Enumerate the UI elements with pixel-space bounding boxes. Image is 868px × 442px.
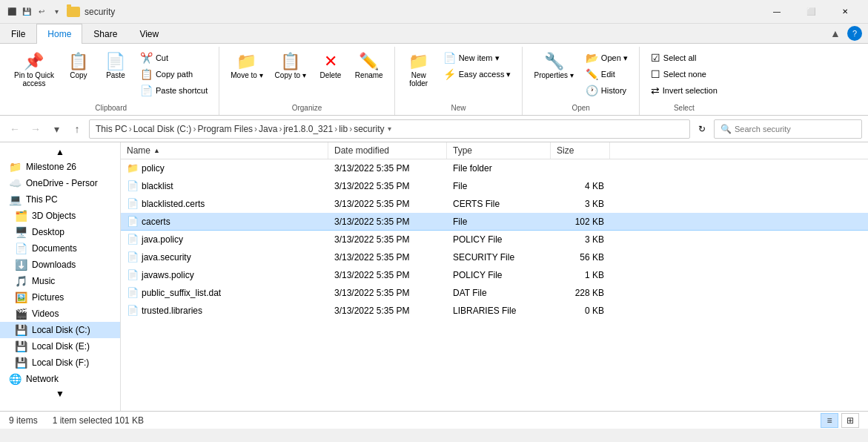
tiles-view-button[interactable]: ⊞ (841, 413, 859, 428)
search-box[interactable]: 🔍 (714, 119, 862, 139)
sidebar-item-videos[interactable]: 🎬 Videos (0, 306, 120, 322)
sidebar-item-network[interactable]: 🌐 Network (0, 371, 120, 387)
minimize-button[interactable]: — (760, 0, 794, 24)
file-date-cell: 3/13/2022 5:35 PM (328, 233, 447, 246)
sidebar-item-localdiskc[interactable]: 💾 Local Disk (C:) (0, 322, 120, 338)
path-dropdown-icon[interactable]: ▾ (388, 125, 391, 133)
help-button[interactable]: ? (847, 26, 862, 41)
file-list-header: Name ▲ Date modified Type Size (121, 142, 868, 159)
cut-button[interactable]: ✂️ Cut (135, 50, 213, 66)
file-list: Name ▲ Date modified Type Size 📁 policy … (121, 142, 868, 411)
column-header-name[interactable]: Name ▲ (121, 142, 328, 159)
file-name: java.security (142, 252, 191, 263)
copy-path-icon: 📋 (140, 68, 153, 80)
copy-path-button[interactable]: 📋 Copy path (135, 66, 213, 82)
sidebar-item-localdiskf[interactable]: 💾 Local Disk (F:) (0, 354, 120, 371)
path-part-jre[interactable]: jre1.8.0_321 (283, 124, 333, 134)
ribbon-up-arrow[interactable]: ▲ (826, 24, 844, 42)
easy-access-button[interactable]: ⚡ Easy access ▾ (438, 66, 517, 82)
path-part-java[interactable]: Java (259, 124, 277, 134)
table-row[interactable]: 📄 java.policy 3/13/2022 5:35 PM POLICY F… (121, 231, 868, 248)
new-folder-button[interactable]: 📁 Newfolder (401, 50, 437, 91)
path-part-lib[interactable]: lib (339, 124, 348, 134)
paste-shortcut-button[interactable]: 📄 Paste shortcut (135, 82, 213, 99)
tab-share[interactable]: Share (82, 24, 128, 44)
sidebar-item-onedrive[interactable]: ☁️ OneDrive - Persor (0, 175, 120, 191)
properties-button[interactable]: 🔧 Properties ▾ (529, 50, 578, 83)
new-item-button[interactable]: 📄 New item ▾ (438, 50, 517, 66)
copy-to-button[interactable]: 📋 Copy to ▾ (270, 50, 311, 83)
ribbon-content: 📌 Pin to Quickaccess 📋 Copy 📄 Paste ✂️ (0, 44, 868, 115)
copy-to-icon: 📋 (280, 53, 300, 70)
sidebar-item-3dobjects[interactable]: 🗂️ 3D Objects (0, 208, 120, 224)
clipboard-small-buttons: ✂️ Cut 📋 Copy path 📄 Paste shortcut (135, 50, 213, 99)
sidebar-item-localdiske[interactable]: 💾 Local Disk (E:) (0, 338, 120, 354)
dropdown-arrow-icon[interactable]: ▾ (50, 6, 62, 18)
sidebar-scroll-down[interactable]: ▼ (0, 387, 120, 400)
sidebar-item-thispc[interactable]: 💻 This PC (0, 191, 120, 208)
table-row[interactable]: 📁 policy 3/13/2022 5:35 PM File folder (121, 159, 868, 177)
close-button[interactable]: ✕ (828, 0, 862, 24)
file-name: public_suffix_list.dat (142, 288, 221, 298)
downloads-icon: ⬇️ (15, 259, 27, 271)
ribbon-tab-bar: File Home Share View ▲ ? (0, 24, 868, 44)
file-icon: 📄 (127, 216, 139, 227)
tab-home[interactable]: Home (36, 24, 82, 44)
recent-locations-button[interactable]: ▾ (47, 120, 65, 138)
pin-icon: 📌 (24, 53, 44, 70)
column-header-date[interactable]: Date modified (328, 142, 447, 159)
invert-selection-button[interactable]: ⇄ Invert selection (646, 82, 723, 99)
path-part-thispc[interactable]: This PC (96, 124, 127, 134)
open-button[interactable]: 📂 Open ▾ (580, 50, 633, 66)
new-folder-icon: 📁 (408, 53, 428, 70)
history-button[interactable]: 🕐 History (580, 82, 633, 99)
sidebar-scroll-up[interactable]: ▲ (0, 145, 120, 159)
clipboard-items: 📌 Pin to Quickaccess 📋 Copy 📄 Paste ✂️ (9, 47, 213, 102)
column-header-type[interactable]: Type (447, 142, 551, 159)
table-row[interactable]: 📄 javaws.policy 3/13/2022 5:35 PM POLICY… (121, 266, 868, 284)
file-size-cell: 102 KB (551, 215, 610, 228)
tab-view[interactable]: View (128, 24, 170, 44)
path-part-programfiles[interactable]: Program Files (197, 124, 253, 134)
window-title: security (85, 7, 755, 17)
search-input[interactable] (735, 125, 855, 133)
delete-button[interactable]: ✕ Delete (313, 50, 348, 83)
table-row[interactable]: 📄 cacerts 3/13/2022 5:35 PM File 102 KB (121, 213, 868, 231)
file-icon: 📄 (127, 234, 139, 245)
table-row[interactable]: 📄 blacklist 3/13/2022 5:35 PM File 4 KB (121, 177, 868, 195)
file-size-cell: 56 KB (551, 251, 610, 264)
select-none-button[interactable]: ☐ Select none (646, 66, 723, 82)
sidebar-item-music[interactable]: 🎵 Music (0, 273, 120, 289)
sidebar-label-localdiskc: Local Disk (C:) (32, 325, 90, 335)
refresh-button[interactable]: ↻ (693, 120, 711, 138)
pin-to-quick-access-button[interactable]: 📌 Pin to Quickaccess (9, 50, 59, 91)
path-part-localdisk[interactable]: Local Disk (C:) (133, 124, 192, 134)
copy-large-button[interactable]: 📋 Copy (61, 50, 96, 83)
file-date-cell: 3/13/2022 5:35 PM (328, 179, 447, 193)
address-path[interactable]: This PC › Local Disk (C:) › Program File… (89, 119, 690, 139)
back-button[interactable]: ← (6, 120, 24, 138)
sidebar-item-downloads[interactable]: ⬇️ Downloads (0, 257, 120, 273)
up-button[interactable]: ↑ (68, 120, 86, 138)
sidebar-item-desktop[interactable]: 🖥️ Desktop (0, 224, 120, 240)
sidebar-item-pictures[interactable]: 🖼️ Pictures (0, 289, 120, 306)
sidebar-item-milestone[interactable]: 📁 Milestone 26 (0, 159, 120, 175)
sidebar-item-documents[interactable]: 📄 Documents (0, 240, 120, 257)
select-all-button[interactable]: ☑ Select all (646, 50, 723, 66)
maximize-button[interactable]: ⬜ (794, 0, 828, 24)
move-to-button[interactable]: 📁 Move to ▾ (225, 50, 268, 83)
path-part-security[interactable]: security (354, 124, 384, 134)
forward-button[interactable]: → (27, 120, 44, 138)
details-view-button[interactable]: ≡ (821, 413, 838, 428)
table-row[interactable]: 📄 public_suffix_list.dat 3/13/2022 5:35 … (121, 284, 868, 302)
column-header-size[interactable]: Size (551, 142, 610, 159)
edit-button[interactable]: ✏️ Edit (580, 66, 633, 82)
table-row[interactable]: 📄 blacklisted.certs 3/13/2022 5:35 PM CE… (121, 195, 868, 213)
paste-large-button[interactable]: 📄 Paste (98, 50, 133, 83)
table-row[interactable]: 📄 trusted.libraries 3/13/2022 5:35 PM LI… (121, 302, 868, 320)
rename-button[interactable]: ✏️ Rename (350, 50, 388, 83)
new-small-buttons: 📄 New item ▾ ⚡ Easy access ▾ (438, 50, 517, 82)
table-row[interactable]: 📄 java.security 3/13/2022 5:35 PM SECURI… (121, 248, 868, 266)
tab-file[interactable]: File (0, 24, 36, 44)
properties-icon: 🔧 (544, 53, 564, 70)
